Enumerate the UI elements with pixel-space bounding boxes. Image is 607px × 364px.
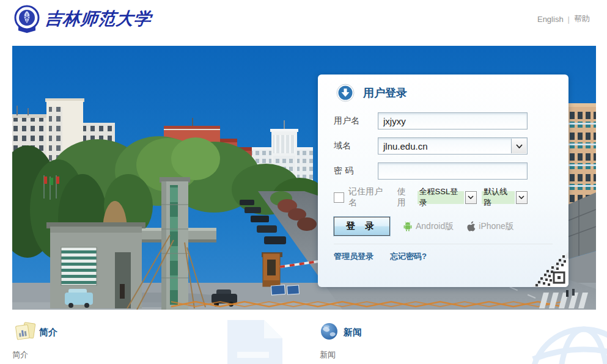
university-seal-icon bbox=[13, 5, 40, 33]
username-input[interactable] bbox=[378, 112, 528, 129]
iphone-app-link[interactable]: iPhone版 bbox=[466, 221, 514, 232]
news-link[interactable]: 新闻 bbox=[320, 349, 336, 360]
password-label: 密 码 bbox=[334, 166, 378, 177]
login-title: 用户登录 bbox=[363, 86, 407, 100]
chevron-down-icon bbox=[516, 191, 528, 204]
university-logo[interactable]: 吉林师范大学 bbox=[13, 5, 152, 33]
line-select[interactable]: 默认线路 bbox=[482, 191, 528, 204]
university-name: 吉林师范大学 bbox=[44, 7, 153, 31]
use-label: 使用 bbox=[397, 186, 413, 208]
username-label: 用户名 bbox=[334, 115, 378, 126]
options-row: 记住用户名 使用 全程SSL登录 默认线路 bbox=[334, 186, 528, 208]
news-section-title[interactable]: 新闻 bbox=[344, 327, 362, 338]
android-label: Android版 bbox=[416, 221, 454, 232]
actions-row: 登 录 Android版 iPho bbox=[334, 217, 553, 236]
password-row: 密 码 bbox=[334, 162, 528, 180]
top-nav: English | 帮助 bbox=[537, 13, 590, 24]
chevron-down-icon bbox=[465, 191, 477, 204]
qr-code-icon bbox=[531, 250, 568, 287]
iphone-label: iPhone版 bbox=[479, 221, 514, 232]
english-link[interactable]: English bbox=[537, 15, 564, 24]
domain-select[interactable]: jlnu.edu.cn bbox=[378, 137, 528, 155]
help-link[interactable]: 帮助 bbox=[574, 13, 590, 24]
news-globe-icon bbox=[320, 322, 338, 340]
page: 吉林师范大学 English | 帮助 bbox=[0, 0, 607, 364]
apple-icon bbox=[466, 221, 476, 231]
admin-login-link[interactable]: 管理员登录 bbox=[334, 251, 373, 262]
login-panel-header: 用户登录 bbox=[336, 84, 568, 102]
intro-link[interactable]: 简介 bbox=[12, 349, 28, 360]
remember-checkbox[interactable] bbox=[334, 192, 344, 203]
ssl-mode-select[interactable]: 全程SSL登录 bbox=[418, 191, 477, 204]
line-select-value: 默认线路 bbox=[482, 191, 515, 204]
qr-code-corner[interactable] bbox=[531, 250, 568, 287]
android-icon bbox=[403, 221, 413, 231]
intro-documents-icon bbox=[15, 322, 37, 341]
intro-section-title[interactable]: 简介 bbox=[39, 327, 57, 338]
forgot-password-link[interactable]: 忘记密码? bbox=[390, 251, 427, 262]
chevron-down-icon bbox=[511, 139, 526, 153]
remember-label: 记住用户名 bbox=[348, 186, 388, 208]
document-watermark-icon bbox=[224, 320, 282, 364]
domain-select-value: jlnu.edu.cn bbox=[383, 141, 428, 151]
globe-watermark-icon bbox=[520, 321, 607, 364]
login-panel: 用户登录 用户名 域名 jlnu.edu.cn 密 码 记住用户名 使用 全程 bbox=[318, 75, 568, 287]
ssl-mode-value: 全程SSL登录 bbox=[418, 191, 464, 204]
username-row: 用户名 bbox=[334, 112, 528, 129]
password-input[interactable] bbox=[378, 162, 528, 180]
domain-row: 域名 jlnu.edu.cn bbox=[334, 137, 528, 155]
android-app-link[interactable]: Android版 bbox=[403, 221, 454, 232]
login-button[interactable]: 登 录 bbox=[334, 217, 390, 236]
nav-separator: | bbox=[568, 15, 570, 24]
domain-label: 域名 bbox=[334, 140, 378, 151]
login-arrow-icon bbox=[336, 84, 355, 102]
panel-divider bbox=[334, 244, 553, 244]
